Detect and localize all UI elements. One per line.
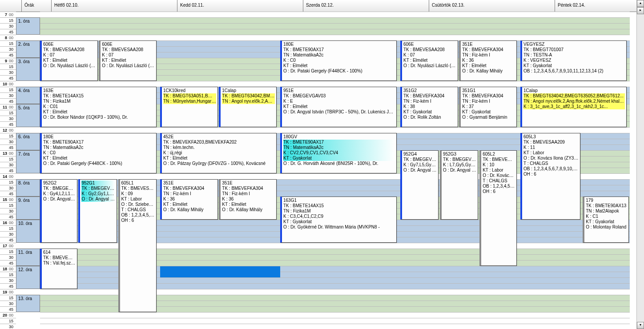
event-line: TK : BMEGT634042,BMEGT635052,BMEGT612...: [222, 93, 275, 99]
event-line: O : Dr. Pátzay György (DF0VZG - 100%), K…: [163, 161, 275, 166]
time-row: 1300: [0, 150, 16, 156]
time-row: 1200: [0, 127, 16, 133]
event-line: 605L3: [523, 134, 579, 140]
time-row: 900: [0, 58, 16, 64]
event-163E[interactable]: 163ETK : BMETE14AX15TN : Fizika1MK : C01…: [40, 87, 157, 127]
header-day-3[interactable]: Csütörtök 02.13.: [429, 0, 555, 12]
header-day-2[interactable]: Szerda 02.12.: [303, 0, 429, 12]
event-351E-b[interactable]: 351ETK : BMEVEFKA304TN : Fiz-kém IK : 36…: [219, 179, 277, 220]
event-line: TK : BMEVESAA209: [523, 140, 579, 145]
event-605L2[interactable]: 605L2TK : BMEVESAA209K : 10KT : LaborO :…: [479, 150, 517, 266]
event-line: O : Dr. Angyal István (TBRP3C -: [81, 197, 115, 202]
event-606E-a[interactable]: 606ETK : BMEVESAA208K : 07KT : ElméletO …: [40, 40, 98, 81]
event-351G1[interactable]: 351G1TK : BMEVEFKA304TN : Fiz-kém IK : 3…: [459, 87, 517, 127]
time-row: 15: [0, 202, 16, 208]
event-line: KT : Elmélet: [222, 202, 275, 207]
event-line: TN : kém.techn.: [163, 145, 275, 150]
event-605L3[interactable]: 605L3TK : BMEVESAA209K : 11KT : LaborO :…: [520, 133, 580, 220]
event-line: O : Dr. Pataki Gergely (F448CK - 100%): [43, 161, 155, 166]
event-line: KT : Elmélet: [43, 156, 155, 161]
time-row: 45: [0, 98, 16, 104]
event-line: TK : BMEGT701007: [523, 47, 625, 52]
time-row: 45: [0, 75, 16, 81]
event-line: K : C0: [283, 58, 395, 63]
event-VEGYESZ[interactable]: VEGYESZTK : BMEGT701007TN : TESTN-AK : V…: [520, 40, 627, 81]
event-line: K : 11: [523, 145, 579, 150]
header-hours: Órák: [22, 0, 52, 12]
event-952G1[interactable]: 952G1TK : BMEGEVGAV04K : Gy2,Gy1,L4,L3O …: [78, 179, 117, 243]
scroll-up-button[interactable]: ▴: [637, 0, 644, 7]
event-line: TK : BMETE14AX15: [283, 203, 395, 209]
event-179[interactable]: 179TK : BMETE90AX13TN : Mat2AlapokK : C1…: [583, 197, 628, 243]
event-163G1[interactable]: 163G1TK : BMETE14AX15TN : Fizika1MK : C3…: [280, 197, 397, 243]
header-day-0[interactable]: Hétfő 02.10.: [52, 0, 177, 12]
event-line: KT : Elmélet: [462, 63, 515, 68]
event-952G2[interactable]: 952G2TK : BMEGEVGAV04K : Gy4,L2,L1,Gy3O …: [40, 179, 77, 243]
time-row: 1600: [0, 220, 16, 225]
event-line: 163E: [43, 88, 155, 93]
period-label-13: 13. óra: [16, 295, 40, 312]
header-day-4[interactable]: Péntek 02.14.: [555, 0, 644, 12]
event-1CK10kred[interactable]: 1CK10kredTK : BMEGT63A051,BMEGT658361,BM…: [160, 87, 218, 127]
event-line: K : új,régi: [163, 150, 275, 156]
event-line: OB : 1,2,3,4,5,6,7,8,9,10,11,12,13,14 (2…: [523, 68, 625, 74]
time-row: 30: [0, 231, 16, 237]
event-line: K : C0: [43, 150, 155, 156]
event-line: TN : Mat2Alapok: [586, 209, 627, 214]
time-row: 15: [0, 272, 16, 277]
time-row: 1800: [0, 266, 16, 272]
event-line: TK : BMETE90AX13: [586, 203, 627, 209]
event-1Calap-kedd[interactable]: 1CalapTK : BMEGT634042,BMEGT635052,BMEGT…: [219, 87, 277, 127]
event-952G3[interactable]: 952G3TK : BMEGEVGAV04K : L7,Gy5,Gy6,L8O …: [440, 150, 478, 220]
header-corner: [0, 0, 22, 12]
header-day-1[interactable]: Kedd 02.11.: [177, 0, 303, 12]
event-line: OB : 1,2,3,4,5,6,7,8,9,10,11,12,13,14 (6…: [121, 213, 155, 218]
event-line: TK : BMEVESEA003: [43, 255, 76, 261]
event-line: 605L1: [121, 181, 155, 186]
time-row: 15: [0, 40, 16, 46]
event-line: TK : BMEGEVGAV04: [81, 186, 115, 191]
event-line: 180E: [283, 42, 395, 47]
period-label-4: 4. óra: [16, 87, 40, 104]
time-row: 15: [0, 17, 16, 23]
event-605L1[interactable]: 605L1TK : BMEVESAA209K : 09KT : LaborO :…: [118, 179, 157, 312]
event-line: O : Gyarmati Benjámin: [462, 115, 515, 120]
event-line: 952G1: [81, 181, 115, 186]
time-row: 45: [0, 237, 16, 243]
event-line: 351G1: [462, 88, 515, 93]
event-line: O : Dr. Gyökérné Dr. Wittmann Mária (MVK…: [283, 225, 395, 230]
event-line: O : Dr. Nyulászi László (CD8H1T - 100%): [43, 63, 96, 68]
event-line: K : 36: [462, 58, 515, 63]
event-452E[interactable]: 452ETK : BMEVEKFA203,BMEVEKFA202TN : kém…: [160, 133, 277, 173]
event-line: TK : BMEVEFKA304: [462, 47, 515, 52]
event-180E[interactable]: 180ETK : BMETE90AX17TN : MatematikaA2cK …: [40, 133, 157, 173]
scroll-right-button[interactable]: ▸: [637, 7, 644, 14]
event-1Calap-p[interactable]: 1CalapTK : BMEGT634042,BMEGT635052,BMEGT…: [520, 87, 627, 127]
vertical-scrollbar[interactable]: ▴ ▸ ▾: [636, 0, 644, 329]
event-line: K : 07: [102, 52, 155, 58]
event-351E-cs[interactable]: 351ETK : BMEVEFKA304TN : Fiz-kém IK : 36…: [459, 40, 517, 81]
event-951E[interactable]: 951ETK : BMEGEVGAV03K : EKT : ElméletO :…: [280, 87, 397, 127]
time-row: 30: [0, 23, 16, 29]
time-row: 30: [0, 277, 16, 283]
event-line: TN : Angol nyv.elők.2,Ang.ffok.elő: [222, 99, 275, 104]
event-351E-a[interactable]: 351ETK : BMEVEFKA304TN : Fiz-kém IK : 36…: [160, 179, 218, 220]
event-line: K : Gy7,L5,Gy8,L6: [403, 162, 437, 168]
event-606E-cs[interactable]: 606ETK : BMEVESAA208K : 07KT : ElméletO …: [400, 40, 458, 81]
event-line: KT : Elmélet: [163, 156, 275, 161]
period-label-12: 12. óra: [16, 266, 40, 289]
highlight-bar: [160, 266, 280, 277]
event-line: K : 10: [483, 162, 515, 168]
event-614[interactable]: 614TK : BMEVESEA003TN : Vál.fej.szerv.k: [40, 249, 77, 289]
event-952G4[interactable]: 952G4TK : BMEGEVGAV04K : Gy7,L5,Gy8,L6O …: [400, 150, 439, 220]
event-line: 1Calap: [222, 88, 275, 93]
time-row: 45: [0, 214, 16, 220]
time-row: 30: [0, 324, 16, 329]
event-180GV[interactable]: 180GVTK : BMETE90AX17TN : MatematikaA2cK…: [280, 133, 397, 173]
event-606E-b[interactable]: 606ETK : BMEVESAA208K : 07KT : ElméletO …: [99, 40, 157, 81]
scroll-down-button[interactable]: ▾: [637, 322, 644, 329]
event-351G2[interactable]: 351G2TK : BMEVEFKA304TN : Fiz-kém IK : 3…: [400, 87, 458, 127]
event-180E-sze[interactable]: 180ETK : BMETE90AX17TN : MatematikaA2cK …: [280, 40, 397, 81]
event-line: TK : BMEVESAA208: [102, 47, 155, 52]
event-line: 351E: [222, 181, 275, 186]
